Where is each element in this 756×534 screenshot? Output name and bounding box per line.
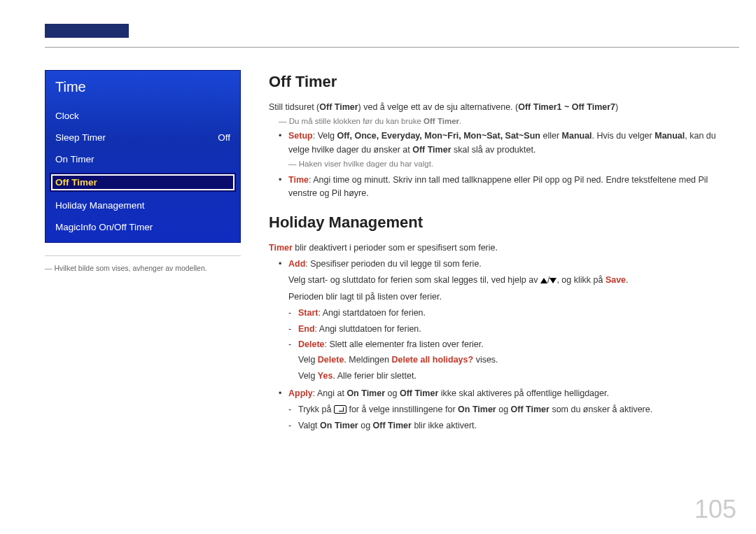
- apply-d2: Valgt On Timer og Off Timer blir ikke ak…: [288, 419, 732, 433]
- menu-item-off-timer[interactable]: Off Timer: [50, 173, 236, 192]
- add-sublist: Start: Angi startdatoen for ferien. End:…: [288, 307, 732, 383]
- menu-item-label: Clock: [55, 111, 79, 121]
- add-line3: Perioden blir lagt til på listen over fe…: [288, 290, 732, 304]
- menu-item-on-timer[interactable]: On Timer: [46, 148, 240, 170]
- left-column: Time Clock Sleep Timer Off On Timer Off …: [45, 70, 241, 506]
- time-menu: Time Clock Sleep Timer Off On Timer Off …: [45, 70, 241, 243]
- model-footnote: Hvilket bilde som vises, avhenger av mod…: [45, 263, 241, 274]
- enter-icon: [334, 405, 346, 414]
- menu-item-value: Off: [218, 132, 230, 143]
- setup-subnote: Haken viser hvilke dager du har valgt.: [288, 158, 732, 171]
- menu-item-magicinfo-timer[interactable]: MagicInfo On/Off Timer: [46, 216, 240, 242]
- off-timer-note: Du må stille klokken før du kan bruke Of…: [269, 117, 732, 125]
- triangle-up-icon: [540, 278, 547, 283]
- add-bullet: Add: Spesifiser perioden du vil legge ti…: [279, 258, 732, 383]
- triangle-down-icon: [550, 278, 556, 283]
- content-column: Off Timer Still tidsuret (Off Timer) ved…: [269, 70, 739, 506]
- menu-item-sleep-timer[interactable]: Sleep Timer Off: [46, 127, 240, 148]
- setup-bullet: Setup: Velg Off, Once, Everyday, Mon~Fri…: [279, 129, 732, 171]
- apply-bullet: Apply: Angi at On Timer og Off Timer ikk…: [279, 387, 732, 433]
- heading-off-timer: Off Timer: [269, 73, 732, 91]
- holiday-intro: Timer blir deaktivert i perioder som er …: [269, 241, 732, 255]
- heading-holiday-management: Holiday Management: [269, 213, 732, 232]
- menu-item-label: MagicInfo On/Off Timer: [55, 222, 153, 232]
- time-bullet: Time: Angi time og minutt. Skriv inn tal…: [279, 174, 732, 201]
- menu-item-label: Holiday Management: [55, 200, 145, 211]
- add-line2: Velg start- og sluttdato for ferien som …: [288, 274, 732, 287]
- menu-item-label: On Timer: [55, 154, 94, 164]
- delete-l2: Velg Delete. Meldingen Delete all holida…: [298, 353, 732, 367]
- top-bar: [45, 24, 739, 48]
- menu-item-label: Off Timer: [55, 177, 97, 188]
- apply-d1: Trykk på for å velge innstillingene for …: [288, 403, 732, 416]
- end-dash: End: Angi sluttdatoen for ferien.: [288, 323, 732, 336]
- off-timer-list: Setup: Velg Off, Once, Everyday, Mon~Fri…: [279, 129, 732, 200]
- divider: [45, 255, 241, 256]
- off-timer-intro: Still tidsuret (Off Timer) ved å velge e…: [269, 101, 732, 114]
- page-layout: Time Clock Sleep Timer Off On Timer Off …: [45, 70, 739, 506]
- holiday-list: Add: Spesifiser perioden du vil legge ti…: [279, 258, 732, 433]
- menu-item-clock[interactable]: Clock: [46, 105, 240, 127]
- apply-sublist: Trykk på for å velge innstillingene for …: [288, 403, 732, 433]
- delete-l3: Velg Yes. Alle ferier blir slettet.: [298, 370, 732, 383]
- page-number: 105: [694, 495, 736, 524]
- menu-item-holiday-management[interactable]: Holiday Management: [46, 195, 240, 216]
- menu-title: Time: [46, 71, 240, 105]
- delete-dash: Delete: Slett alle elementer fra listen …: [288, 338, 732, 383]
- tab-indicator: [45, 24, 129, 38]
- start-dash: Start: Angi startdatoen for ferien.: [288, 307, 732, 320]
- menu-item-label: Sleep Timer: [55, 132, 106, 143]
